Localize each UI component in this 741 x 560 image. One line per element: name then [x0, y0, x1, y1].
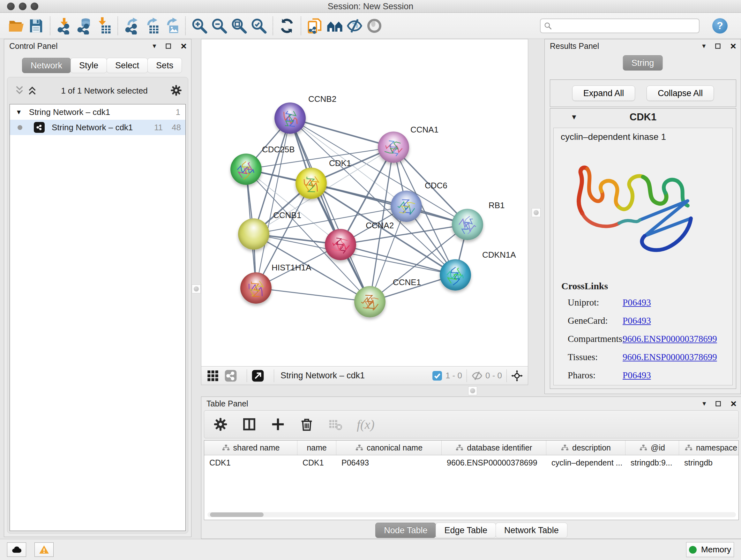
- selected-checkbox-icon[interactable]: [431, 370, 443, 381]
- panel-float-icon[interactable]: [165, 43, 172, 50]
- table-cell[interactable]: P06493: [336, 455, 442, 470]
- first-neighbors-button[interactable]: [325, 16, 345, 36]
- network-type-button[interactable]: [224, 369, 237, 382]
- table-cell[interactable]: CDK1: [204, 455, 297, 470]
- table-cell[interactable]: 9606.ENSP00000378699: [442, 455, 546, 470]
- collapse-all-networks-button[interactable]: [13, 84, 26, 97]
- zoom-selected-button[interactable]: [249, 16, 269, 36]
- column-header-sharedname[interactable]: shared name: [204, 441, 297, 455]
- export-network-button[interactable]: [122, 16, 142, 36]
- network-options-button[interactable]: [170, 84, 182, 98]
- panel-close-icon[interactable]: ×: [731, 400, 737, 407]
- refresh-layout-button[interactable]: [277, 16, 297, 36]
- collapse-section-icon[interactable]: ▼: [570, 113, 578, 121]
- panel-menu-icon[interactable]: ▾: [702, 42, 705, 50]
- delete-column-button[interactable]: [299, 417, 314, 432]
- edge-CCNA2-CDKN1A[interactable]: [340, 245, 455, 275]
- edge-CCNB2-CCNE1[interactable]: [290, 118, 370, 302]
- zoom-out-button[interactable]: [209, 16, 229, 36]
- show-all-button[interactable]: [364, 16, 384, 36]
- add-column-button[interactable]: [271, 417, 285, 432]
- panel-close-icon[interactable]: ×: [181, 43, 187, 49]
- memory-button[interactable]: Memory: [686, 542, 734, 557]
- panel-menu-icon[interactable]: ▾: [702, 399, 706, 408]
- cloud-status-button[interactable]: [7, 543, 26, 557]
- column-header-name[interactable]: name: [297, 441, 336, 455]
- node-HIST1H1A[interactable]: [240, 272, 272, 304]
- expand-all-button[interactable]: Expand All: [572, 85, 635, 101]
- table-cell[interactable]: stringdb:9...: [625, 455, 679, 470]
- bottom-splitter-handle[interactable]: [468, 386, 477, 395]
- birdseye-view-button[interactable]: [206, 369, 219, 382]
- node-RB1[interactable]: [452, 209, 483, 240]
- edge-HIST1H1A-CCNE1[interactable]: [256, 288, 370, 302]
- table-cell[interactable]: CDK1: [297, 455, 336, 470]
- node-CDK1[interactable]: [295, 168, 327, 199]
- tab-node-table[interactable]: Node Table: [375, 523, 436, 538]
- table-row[interactable]: CDK1CDK1P064939606.ENSP00000378699cyclin…: [204, 455, 738, 470]
- node-CDKN1A[interactable]: [440, 259, 471, 291]
- panel-float-icon[interactable]: [715, 400, 722, 407]
- save-session-button[interactable]: [26, 16, 46, 36]
- tab-style[interactable]: Style: [71, 58, 107, 73]
- hide-selected-button[interactable]: [345, 16, 364, 36]
- node-CCNB2[interactable]: [274, 103, 306, 134]
- left-splitter-handle[interactable]: [192, 285, 201, 294]
- crosslink-value-link[interactable]: P06493: [623, 370, 651, 380]
- node-CCNA2[interactable]: [325, 229, 356, 260]
- tab-select[interactable]: Select: [107, 58, 148, 73]
- tab-sets[interactable]: Sets: [147, 58, 182, 73]
- column-header-canonicalname[interactable]: canonical name: [336, 441, 442, 455]
- delete-table-button[interactable]: [328, 417, 343, 432]
- open-session-button[interactable]: [6, 16, 26, 36]
- tab-network-table[interactable]: Network Table: [495, 523, 567, 538]
- crosslink-value-link[interactable]: 9606.ENSP00000378699: [623, 334, 717, 344]
- tab-edge-table[interactable]: Edge Table: [435, 523, 496, 538]
- crosslink-value-link[interactable]: P06493: [623, 315, 651, 326]
- network-collection-row[interactable]: ▼ String Network – cdk1 1: [10, 105, 185, 120]
- import-table-button[interactable]: [94, 16, 114, 36]
- help-button[interactable]: ?: [712, 18, 728, 34]
- search-input[interactable]: [540, 18, 699, 33]
- expand-all-networks-button[interactable]: [26, 84, 39, 97]
- collapse-all-button[interactable]: Collapse All: [647, 85, 714, 101]
- panel-menu-icon[interactable]: ▾: [152, 42, 156, 50]
- node-CDC6[interactable]: [391, 191, 422, 222]
- panel-float-icon[interactable]: [715, 43, 721, 50]
- column-header-namespace[interactable]: namespace: [679, 441, 739, 455]
- export-table-button[interactable]: [142, 16, 161, 36]
- node-details-header[interactable]: ▼ CDK1: [550, 109, 736, 126]
- column-header-description[interactable]: description: [546, 441, 625, 455]
- network-row[interactable]: String Network – cdk1 11 48: [10, 120, 185, 135]
- tab-string[interactable]: String: [623, 55, 663, 71]
- function-builder-button[interactable]: f(x): [357, 417, 375, 432]
- tree-expand-icon[interactable]: ▼: [16, 109, 22, 116]
- panel-close-icon[interactable]: ×: [730, 43, 736, 49]
- export-image-button[interactable]: [161, 16, 181, 36]
- show-columns-button[interactable]: [242, 417, 257, 432]
- node-CCNE1[interactable]: [354, 286, 386, 317]
- zoom-in-button[interactable]: [190, 16, 209, 36]
- clone-network-button[interactable]: [305, 16, 325, 36]
- node-CCNA1[interactable]: [378, 132, 409, 163]
- table-hscroll-thumb[interactable]: [210, 512, 264, 517]
- network-canvas[interactable]: CCNB2CCNA1CDC25BCDK1CDC6RB1CCNB1CCNA2CDK…: [201, 39, 528, 367]
- table-cell[interactable]: stringdb: [679, 455, 739, 470]
- import-network-from-database-button[interactable]: [74, 16, 94, 36]
- column-header-id[interactable]: @id: [625, 441, 679, 455]
- tab-network[interactable]: Network: [22, 58, 71, 73]
- table-options-button[interactable]: [213, 417, 228, 432]
- table-cell[interactable]: cyclin–dependent ...: [546, 455, 625, 470]
- right-splitter-handle[interactable]: [532, 208, 541, 217]
- zoom-fit-button[interactable]: [229, 16, 249, 36]
- import-network-button[interactable]: [54, 16, 74, 36]
- crosslink-value-link[interactable]: 9606.ENSP00000378699: [623, 352, 717, 362]
- warnings-button[interactable]: [35, 543, 54, 557]
- crosslink-value-link[interactable]: P06493: [623, 297, 651, 307]
- node-CDC25B[interactable]: [230, 153, 262, 185]
- crosshair-icon[interactable]: [511, 370, 523, 381]
- export-table-icon: [143, 17, 160, 35]
- node-CCNB1[interactable]: [238, 219, 269, 250]
- column-header-databaseidentifier[interactable]: database identifier: [442, 441, 546, 455]
- detach-view-button[interactable]: [252, 369, 264, 382]
